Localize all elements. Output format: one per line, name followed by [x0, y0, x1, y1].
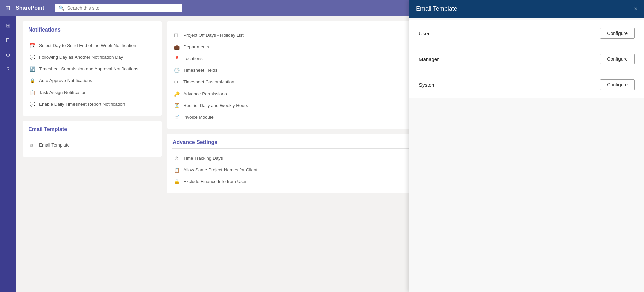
app-logo: SharePoint — [16, 5, 44, 11]
email-template-panel: Email Template × User Configure Manager … — [409, 0, 644, 292]
lock-alt-icon: 🔒 — [174, 179, 180, 185]
configure-user-button[interactable]: Configure — [600, 28, 635, 39]
template-row-system: System Configure — [409, 72, 644, 98]
menu-item-label: Timesheet Fields — [183, 67, 217, 74]
menu-item-label: Locations — [183, 56, 203, 62]
notifications-title: Notifications — [28, 27, 156, 36]
panel-header: Email Template × — [409, 0, 644, 18]
menu-item-label: Task Assign Notification — [39, 90, 87, 96]
menu-item-label: Timesheet Customization — [183, 79, 234, 85]
clipboard-icon: 📋 — [30, 90, 36, 96]
menu-item-label: Time Tracking Days — [183, 155, 223, 162]
search-icon: 🔍 — [59, 5, 64, 11]
menu-item-label: Advance Permissions — [183, 91, 227, 97]
search-input[interactable] — [67, 5, 178, 11]
checkbox-icon: ☐ — [174, 33, 180, 39]
menu-item-label: Following Day as Another Notification Da… — [39, 54, 123, 61]
menu-item-label: Allow Same Project Names for Client — [183, 167, 257, 173]
clock-circle-icon: ⏱ — [174, 156, 180, 162]
panel-body: User Configure Manager Configure System … — [409, 18, 644, 292]
menu-item-daily-report[interactable]: 💬 Enable Daily Timesheet Report Notifica… — [28, 99, 156, 110]
hourglass-icon: ⏳ — [174, 103, 180, 109]
key-icon: 🔑 — [174, 91, 180, 97]
lock-icon: 🔒 — [30, 78, 36, 84]
left-column: Notifications 📅 Select Day to Send End o… — [23, 21, 167, 198]
menu-item-email-template[interactable]: ✉ Email Template — [28, 139, 156, 151]
menu-item-label: Restrict Daily and Weekly Hours — [183, 103, 248, 109]
panel-close-button[interactable]: × — [634, 6, 637, 12]
chat2-icon: 💬 — [30, 102, 36, 108]
template-row-manager: Manager Configure — [409, 46, 644, 72]
sidebar-item-notebook[interactable]: 🗒 — [1, 34, 15, 47]
waffle-icon[interactable]: ⊞ — [4, 3, 12, 13]
template-row-user: User Configure — [409, 20, 644, 46]
email-template-title: Email Template — [28, 126, 156, 135]
pin-icon: 📍 — [174, 56, 180, 62]
menu-item-auto-approve[interactable]: 🔒 Auto Approve Notifications — [28, 75, 156, 87]
sidebar-item-waffle[interactable]: ⊞ — [1, 19, 15, 32]
user-label: User — [419, 31, 430, 36]
settings-icon: ⚙ — [174, 79, 180, 85]
document-list-icon: 📋 — [174, 167, 180, 173]
menu-item-label: Select Day to Send End of the Week Notif… — [39, 43, 136, 49]
clock-icon: 🕐 — [174, 68, 180, 74]
panel-title: Email Template — [416, 5, 457, 12]
chat-icon: 💬 — [30, 55, 36, 61]
configure-system-button[interactable]: Configure — [600, 79, 635, 90]
email-template-section: Email Template ✉ Email Template — [23, 121, 162, 157]
refresh-icon: 🔄 — [30, 66, 36, 72]
menu-item-task-assign[interactable]: 📋 Task Assign Notification — [28, 87, 156, 99]
menu-item-label: Exclude Finance Info from User — [183, 179, 247, 185]
configure-manager-button[interactable]: Configure — [600, 54, 635, 64]
menu-item-label: Departments — [183, 44, 209, 50]
menu-item-label: Auto Approve Notifications — [39, 78, 92, 84]
sidebar-item-settings[interactable]: ⚙ — [1, 48, 15, 62]
system-label: System — [419, 82, 436, 88]
menu-item-label: Timesheet Submission and Approval Notifi… — [39, 66, 138, 72]
menu-item-week-notification[interactable]: 📅 Select Day to Send End of the Week Not… — [28, 40, 156, 52]
menu-item-label: Project Off Days - Holiday List — [183, 32, 244, 39]
search-box: 🔍 — [55, 4, 182, 12]
menu-item-following-day[interactable]: 💬 Following Day as Another Notification … — [28, 52, 156, 63]
briefcase-icon: 💼 — [174, 44, 180, 50]
menu-item-label: Enable Daily Timesheet Report Notificati… — [39, 101, 125, 108]
document-icon: 📄 — [174, 115, 180, 121]
sidebar: ⊞ 🗒 ⚙ ? — [0, 16, 16, 292]
menu-item-label: Invoice Module — [183, 114, 214, 121]
menu-item-timesheet-approval[interactable]: 🔄 Timesheet Submission and Approval Noti… — [28, 63, 156, 75]
calendar-icon: 📅 — [30, 43, 36, 49]
notifications-section: Notifications 📅 Select Day to Send End o… — [23, 21, 162, 116]
sidebar-item-help[interactable]: ? — [1, 63, 15, 76]
mail-icon: ✉ — [30, 142, 36, 149]
manager-label: Manager — [419, 56, 439, 62]
menu-item-label: Email Template — [39, 142, 70, 149]
